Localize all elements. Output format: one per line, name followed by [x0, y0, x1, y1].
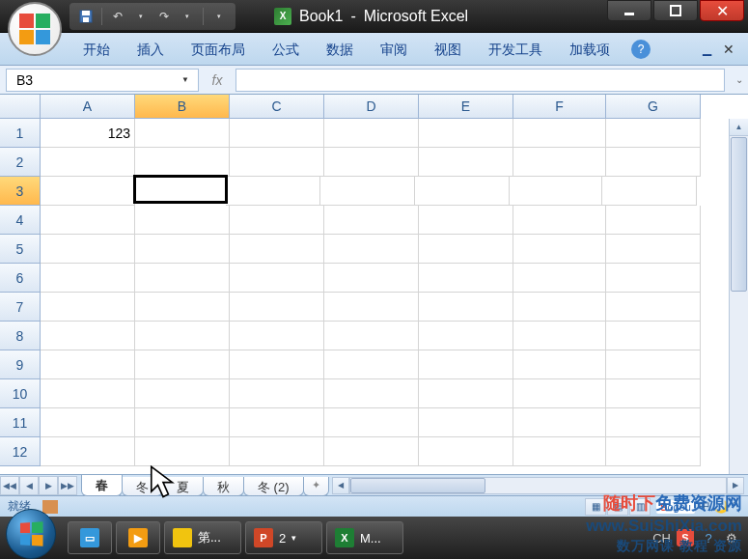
cell-C2[interactable] [230, 148, 324, 177]
row-header-5[interactable]: 5 [0, 235, 41, 264]
cell-F12[interactable] [513, 437, 606, 466]
vertical-scrollbar[interactable]: ▲ [729, 119, 748, 474]
row-header-7[interactable]: 7 [0, 293, 41, 322]
help-tray-icon[interactable]: ? [700, 529, 717, 546]
cell-C9[interactable] [230, 350, 324, 379]
cell-E8[interactable] [419, 322, 513, 350]
cell-C11[interactable] [230, 408, 324, 437]
cell-C4[interactable] [230, 206, 324, 235]
cell-E9[interactable] [419, 350, 513, 379]
workbook-close-icon[interactable]: ✕ [717, 40, 740, 59]
cell-C8[interactable] [230, 322, 324, 350]
formula-bar-expand-icon[interactable]: ⌄ [731, 74, 748, 85]
cell-C5[interactable] [230, 235, 324, 264]
redo-icon[interactable]: ↷ [153, 6, 175, 27]
cell-C7[interactable] [230, 293, 324, 322]
cell-F9[interactable] [513, 350, 606, 379]
cell-D4[interactable] [324, 206, 419, 235]
cell-D11[interactable] [324, 408, 419, 437]
tab-view[interactable]: 视图 [421, 36, 475, 65]
cell-F3[interactable] [510, 177, 602, 206]
pinned-media-player[interactable]: ▶ [116, 521, 160, 554]
cell-B4[interactable] [135, 206, 230, 235]
cell-D5[interactable] [324, 235, 419, 264]
cell-G8[interactable] [606, 322, 701, 350]
close-button[interactable]: ✕ [700, 0, 744, 21]
sheet-tab[interactable]: 冬 (2) [243, 477, 304, 496]
cell-B5[interactable] [135, 235, 230, 264]
sheet-tab[interactable]: 春 [81, 475, 123, 496]
ime-punct-icon[interactable]: °, [733, 500, 740, 514]
cell-D12[interactable] [324, 437, 419, 466]
cell-C10[interactable] [230, 379, 324, 408]
row-header-11[interactable]: 11 [0, 408, 41, 437]
sheet-nav-next-icon[interactable]: ▶ [39, 476, 58, 495]
cell-E10[interactable] [419, 379, 513, 408]
select-all-corner[interactable] [0, 95, 41, 119]
name-box[interactable]: B3 ▼ [6, 69, 199, 92]
pinned-explorer[interactable]: ▭ [68, 521, 112, 554]
ime-language-indicator[interactable]: CH [652, 531, 671, 546]
horizontal-scroll-track[interactable] [349, 477, 728, 494]
cell-G11[interactable] [606, 408, 701, 437]
col-header-A[interactable]: A [41, 95, 135, 119]
row-header-2[interactable]: 2 [0, 148, 41, 177]
cell-G12[interactable] [606, 437, 701, 466]
cell-E7[interactable] [419, 293, 513, 322]
sheet-tab[interactable]: 冬 [122, 477, 163, 496]
insert-sheet-icon[interactable]: ✦ [303, 477, 329, 496]
cell-E2[interactable] [419, 148, 513, 177]
cell-C12[interactable] [230, 437, 324, 466]
sheet-nav-prev-icon[interactable]: ◀ [19, 476, 39, 495]
cell-G7[interactable] [606, 293, 701, 322]
col-header-D[interactable]: D [324, 95, 419, 119]
cell-A1[interactable]: 123 [41, 119, 135, 148]
view-normal-icon[interactable]: ▦ [585, 498, 606, 516]
col-header-C[interactable]: C [230, 95, 324, 119]
cell-B7[interactable] [135, 293, 230, 322]
cell-C3[interactable] [226, 177, 320, 206]
cell-E4[interactable] [419, 206, 513, 235]
cell-D8[interactable] [324, 322, 419, 350]
sheet-nav-last-icon[interactable]: ▶▶ [58, 476, 77, 495]
col-header-E[interactable]: E [419, 95, 513, 119]
cell-G2[interactable] [606, 148, 701, 177]
cell-D7[interactable] [324, 293, 419, 322]
row-header-8[interactable]: 8 [0, 322, 41, 350]
redo-dropdown-icon[interactable]: ▾ [177, 6, 198, 27]
tab-addins[interactable]: 加载项 [556, 36, 623, 65]
row-header-6[interactable]: 6 [0, 264, 41, 293]
cell-C1[interactable] [230, 119, 324, 148]
row-header-1[interactable]: 1 [0, 119, 41, 148]
task-folder[interactable]: 第... [164, 521, 241, 554]
minimize-button[interactable] [607, 0, 651, 21]
task-powerpoint[interactable]: P 2 ▾ [245, 521, 322, 554]
tab-review[interactable]: 审阅 [367, 36, 421, 65]
vertical-scroll-thumb[interactable] [731, 137, 747, 292]
sheet-tab[interactable]: 夏 [162, 477, 204, 496]
cell-D10[interactable] [324, 379, 419, 408]
cell-B3[interactable] [133, 175, 228, 204]
sogou-tray-icon[interactable]: S [677, 529, 694, 546]
cell-F11[interactable] [513, 408, 606, 437]
cell-B12[interactable] [135, 437, 230, 466]
ribbon-minimize-icon[interactable]: ▁ [703, 42, 711, 56]
tab-developer[interactable]: 开发工具 [475, 36, 556, 65]
view-page-break-icon[interactable]: ▥ [629, 498, 651, 516]
col-header-G[interactable]: G [606, 95, 701, 119]
cell-C6[interactable] [230, 264, 324, 293]
cell-D6[interactable] [324, 264, 419, 293]
undo-icon[interactable]: ↶ [107, 6, 128, 27]
cell-E11[interactable] [419, 408, 513, 437]
cell-A2[interactable] [41, 148, 135, 177]
tray-settings-icon[interactable]: ⚙ [723, 529, 740, 546]
row-header-9[interactable]: 9 [0, 350, 41, 379]
horizontal-scroll-thumb[interactable] [350, 478, 485, 493]
row-header-4[interactable]: 4 [0, 206, 41, 235]
formula-bar[interactable] [235, 69, 725, 92]
ime-mode-indicator[interactable]: 中 [699, 498, 710, 515]
tab-data[interactable]: 数据 [313, 36, 367, 65]
row-header-10[interactable]: 10 [0, 379, 41, 408]
cell-A8[interactable] [41, 322, 135, 350]
tab-formulas[interactable]: 公式 [259, 36, 313, 65]
